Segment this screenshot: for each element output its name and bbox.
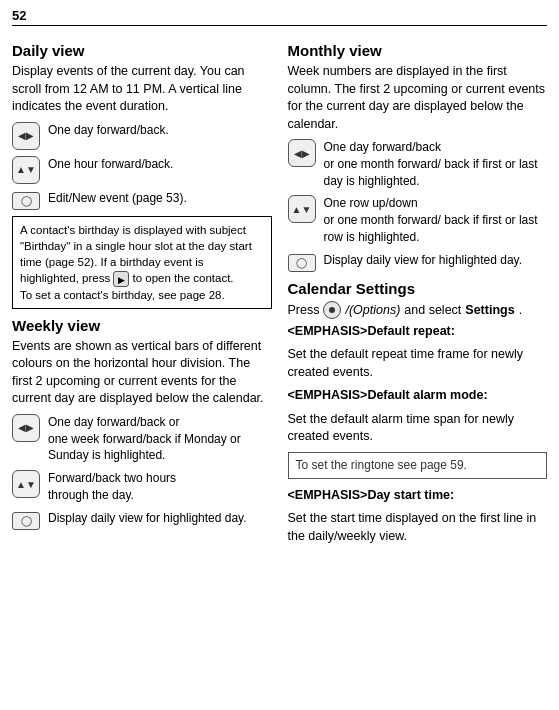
default-alarm-emphasis: <EMPHASIS>Default alarm mode: bbox=[288, 388, 488, 402]
weekly-icon-row-2: ▲▼ Forward/back two hoursthrough the day… bbox=[12, 470, 272, 504]
weekly-icon-3: ◯ bbox=[12, 512, 40, 530]
default-repeat-emphasis: <EMPHASIS>Default repeat: bbox=[288, 324, 455, 338]
daily-icon-row-2: ▲▼ One hour forward/back. bbox=[12, 156, 272, 184]
day-start-heading: <EMPHASIS>Day start time: bbox=[288, 487, 548, 505]
page-container: 52 Daily view Display events of the curr… bbox=[0, 0, 559, 710]
options-button-icon bbox=[323, 301, 341, 319]
daily-view-section: Daily view Display events of the current… bbox=[12, 42, 272, 309]
weekly-view-description: Events are shown as vertical bars of dif… bbox=[12, 338, 272, 408]
press-label: Press bbox=[288, 303, 320, 317]
edit-icon: ◯ bbox=[21, 195, 32, 206]
weekly-icon-label-2: Forward/back two hoursthrough the day. bbox=[48, 470, 176, 504]
note-icon-inline: ▶ bbox=[113, 271, 129, 287]
weekly-icon-1: ◀▶ bbox=[12, 414, 40, 442]
nav-icon-2: ▲▼ bbox=[16, 164, 36, 175]
monthly-icon-label-2: One row up/downor one month forward/ bac… bbox=[324, 195, 548, 245]
daily-icon-row-3: ◯ Edit/New event (page 53). bbox=[12, 190, 272, 210]
daily-view-description: Display events of the current day. You c… bbox=[12, 63, 272, 116]
press-options-row: Press /(Options) and select Settings. bbox=[288, 301, 548, 319]
daily-icon-label-2: One hour forward/back. bbox=[48, 156, 173, 173]
weekly-icon-row-3: ◯ Display daily view for highlighted day… bbox=[12, 510, 272, 530]
monthly-nav-icon-2: ▲▼ bbox=[292, 204, 312, 215]
circle-dot-icon bbox=[323, 301, 341, 319]
nav-icon-1: ◀▶ bbox=[18, 130, 34, 141]
weekly-edit-icon: ◯ bbox=[21, 515, 32, 526]
weekly-view-section: Weekly view Events are shown as vertical… bbox=[12, 317, 272, 530]
options-text: (Options) bbox=[349, 303, 400, 317]
monthly-icon-row-1: ◀▶ One day forward/backor one month forw… bbox=[288, 139, 548, 189]
weekly-icon-row-1: ◀▶ One day forward/back orone week forwa… bbox=[12, 414, 272, 464]
right-column: Monthly view Week numbers are displayed … bbox=[288, 34, 548, 551]
weekly-view-title: Weekly view bbox=[12, 317, 272, 334]
default-alarm-heading: <EMPHASIS>Default alarm mode: bbox=[288, 387, 548, 405]
monthly-icon-label-1: One day forward/backor one month forward… bbox=[324, 139, 548, 189]
calendar-settings-section: Calendar Settings Press /(Options) and s… bbox=[288, 280, 548, 545]
daily-icon-label-3: Edit/New event (page 53). bbox=[48, 190, 187, 207]
monthly-view-title: Monthly view bbox=[288, 42, 548, 59]
monthly-icon-label-3: Display daily view for highlighted day. bbox=[324, 252, 523, 269]
weekly-icon-label-1: One day forward/back orone week forward/… bbox=[48, 414, 272, 464]
settings-label: Settings bbox=[465, 303, 514, 317]
note-text-2: to open the contact. bbox=[133, 272, 234, 284]
inline-button-icon: ▶ bbox=[113, 271, 129, 287]
monthly-view-description: Week numbers are displayed in the first … bbox=[288, 63, 548, 133]
left-column: Daily view Display events of the current… bbox=[12, 34, 272, 551]
weekly-nav-icon-2: ▲▼ bbox=[16, 479, 36, 490]
note-text-3: To set a contact's birthday, see page 28… bbox=[20, 289, 225, 301]
daily-view-note: A contact's birthday is displayed with s… bbox=[12, 216, 272, 309]
day-start-emphasis: <EMPHASIS>Day start time: bbox=[288, 488, 455, 502]
two-column-layout: Daily view Display events of the current… bbox=[12, 34, 547, 551]
default-repeat-text: Set the default repeat time frame for ne… bbox=[288, 346, 548, 381]
default-repeat-heading: <EMPHASIS>Default repeat: bbox=[288, 323, 548, 341]
daily-icon-2: ▲▼ bbox=[12, 156, 40, 184]
ringtone-note: To set the ringtone see page 59. bbox=[288, 452, 548, 479]
monthly-edit-icon: ◯ bbox=[296, 257, 307, 268]
ringtone-note-text: To set the ringtone see page 59. bbox=[296, 458, 467, 472]
monthly-icon-row-3: ◯ Display daily view for highlighted day… bbox=[288, 252, 548, 272]
daily-icon-1: ◀▶ bbox=[12, 122, 40, 150]
monthly-icon-1: ◀▶ bbox=[288, 139, 316, 167]
options-label: /(Options) bbox=[345, 303, 400, 317]
weekly-icon-label-3: Display daily view for highlighted day. bbox=[48, 510, 247, 527]
daily-icon-label-1: One day forward/back. bbox=[48, 122, 169, 139]
calendar-settings-title: Calendar Settings bbox=[288, 280, 548, 297]
daily-view-title: Daily view bbox=[12, 42, 272, 59]
day-start-text: Set the start time displayed on the firs… bbox=[288, 510, 548, 545]
and-select-label: and select bbox=[404, 303, 461, 317]
monthly-icon-3: ◯ bbox=[288, 254, 316, 272]
weekly-nav-icon-1: ◀▶ bbox=[18, 422, 34, 433]
monthly-nav-icon-1: ◀▶ bbox=[294, 148, 310, 159]
monthly-icon-row-2: ▲▼ One row up/downor one month forward/ … bbox=[288, 195, 548, 245]
monthly-icon-2: ▲▼ bbox=[288, 195, 316, 223]
default-alarm-text: Set the default alarm time span for newl… bbox=[288, 411, 548, 446]
dot-inner bbox=[329, 307, 335, 313]
daily-icon-row-1: ◀▶ One day forward/back. bbox=[12, 122, 272, 150]
page-number: 52 bbox=[12, 8, 547, 26]
monthly-view-section: Monthly view Week numbers are displayed … bbox=[288, 42, 548, 272]
weekly-icon-2: ▲▼ bbox=[12, 470, 40, 498]
daily-icon-3: ◯ bbox=[12, 192, 40, 210]
